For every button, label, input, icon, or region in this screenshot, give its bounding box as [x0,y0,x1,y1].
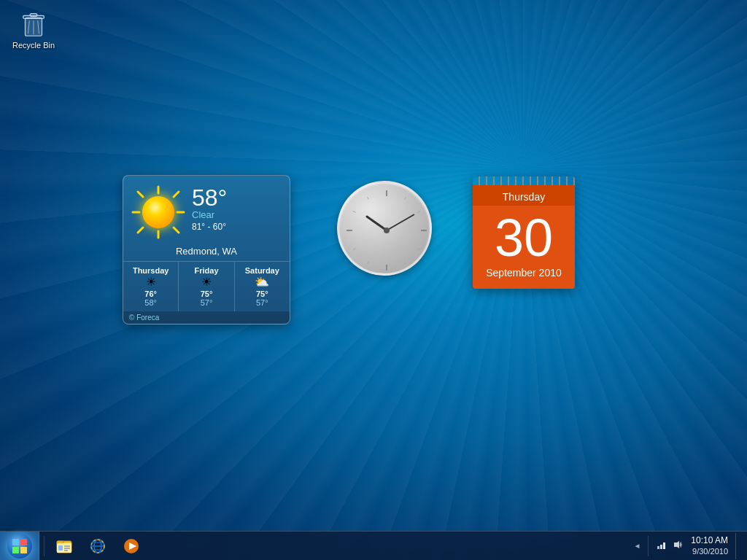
svg-line-21 [417,211,419,213]
svg-line-26 [353,211,355,213]
calendar-widget[interactable]: Thursday 30 September 2010 [473,176,575,289]
taskbar: ◄ 10:10 AM 9/30/2010 [0,531,747,560]
tray-expand-button[interactable]: ◄ [633,542,640,550]
weather-sun-image [129,183,187,241]
recycle-bin-image [19,9,48,38]
svg-rect-31 [12,539,19,545]
volume-icon [672,539,684,551]
calendar-spiral [473,176,575,185]
tray-volume-icon[interactable] [672,539,684,553]
calendar-month-year: September 2010 [473,267,575,283]
taskbar-right: ◄ 10:10 AM 9/30/2010 [627,532,747,560]
weather-top: 58° Clear 81° - 60° [123,176,290,246]
taskbar-ie-button[interactable] [82,533,114,559]
taskbar-clock-time: 10:10 AM [691,535,728,547]
start-button[interactable] [0,532,39,560]
svg-rect-3 [30,14,37,17]
network-icon [656,539,667,551]
svg-point-30 [384,228,390,233]
svg-rect-38 [58,545,63,551]
recycle-bin-label: Recycle Bin [12,41,55,50]
taskbar-separator-1 [44,536,44,556]
clock-ticks [339,183,434,278]
recycle-bin-icon[interactable]: Recycle Bin [6,6,61,53]
weather-credit: © Foreca [123,311,290,324]
calendar-day-name: Thursday [473,185,575,206]
desktop: Recycle Bin [0,0,747,531]
svg-rect-39 [64,545,70,547]
svg-line-23 [405,261,406,263]
taskbar-explorer-button[interactable] [48,533,80,559]
taskbar-mediaplayer-button[interactable] [115,533,147,559]
ie-icon [89,537,107,555]
explorer-icon [55,537,73,555]
windows-logo-icon [12,538,28,554]
svg-line-27 [368,197,369,199]
svg-point-15 [142,196,174,228]
svg-rect-52 [663,542,665,549]
svg-rect-33 [12,547,19,553]
taskbar-separator-2 [648,536,649,556]
svg-rect-36 [57,541,63,543]
clock-face [337,181,432,276]
weather-widget[interactable]: 58° Clear 81° - 60° Redmond, WA Thursday… [123,175,290,324]
taskbar-clock[interactable]: 10:10 AM 9/30/2010 [688,535,731,557]
weather-location: Redmond, WA [123,246,290,261]
tray-network-icon[interactable] [656,539,667,553]
svg-rect-32 [20,539,27,545]
forecast-saturday: Saturday ⛅ 75° 57° [235,262,290,311]
svg-line-12 [174,228,179,233]
calendar-day-number: 30 [473,211,575,264]
weather-condition: Clear [192,209,281,220]
svg-rect-50 [657,546,659,549]
svg-line-25 [353,249,355,250]
weather-info: 58° Clear 81° - 60° [187,183,281,232]
svg-line-11 [138,192,143,197]
svg-line-14 [138,228,143,233]
forecast-thursday: Thursday ☀ 76° 58° [123,262,179,311]
media-player-icon [123,537,140,555]
weather-range: 81° - 60° [192,222,281,232]
svg-line-20 [405,197,406,199]
svg-marker-53 [674,541,679,548]
taskbar-clock-date: 9/30/2010 [691,546,728,556]
start-orb [7,534,32,559]
svg-rect-41 [64,550,68,551]
show-desktop-button[interactable] [735,533,741,559]
svg-line-24 [368,261,369,263]
svg-rect-34 [20,547,27,553]
svg-rect-40 [64,548,70,549]
svg-line-13 [174,192,179,197]
svg-line-29 [387,215,414,231]
svg-line-28 [367,217,387,230]
svg-line-22 [417,249,419,250]
weather-forecast: Thursday ☀ 76° 58° Friday ☀ 75° 57° Satu… [123,261,290,311]
clock-widget[interactable] [337,181,432,276]
forecast-friday: Friday ☀ 75° 57° [179,262,234,311]
taskbar-pinned-items [39,532,150,560]
svg-rect-51 [660,545,662,549]
weather-temperature: 58° [192,186,281,209]
calendar-body: 30 September 2010 [473,206,575,289]
